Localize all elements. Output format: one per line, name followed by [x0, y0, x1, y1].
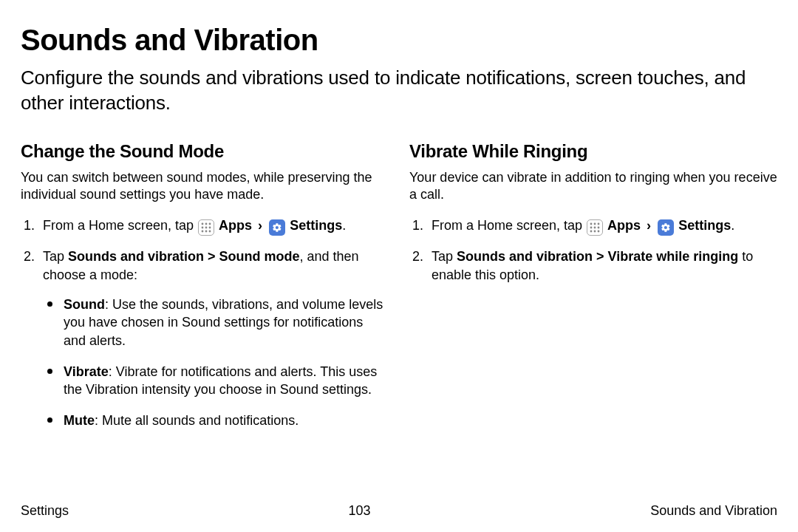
period: .	[731, 218, 734, 233]
footer-left: Settings	[21, 503, 69, 519]
page-title: Sounds and Vibration	[21, 24, 777, 57]
svg-point-16	[594, 231, 596, 233]
svg-point-0	[202, 223, 204, 225]
apps-icon	[587, 219, 603, 236]
footer-right: Sounds and Vibration	[650, 503, 777, 519]
step-item: Tap Sounds and vibration > Sound mode, a…	[21, 248, 389, 429]
option-name: Mute	[64, 413, 95, 428]
svg-point-12	[590, 227, 593, 229]
settings-label: Settings	[290, 218, 342, 233]
period: .	[342, 218, 346, 233]
content-columns: Change the Sound Mode You can switch bet…	[21, 141, 777, 443]
svg-point-4	[205, 227, 208, 229]
chevron-right-icon: ›	[647, 218, 651, 233]
chevron-right-icon: ›	[258, 218, 262, 233]
svg-point-17	[598, 231, 600, 233]
apps-label: Apps	[219, 218, 252, 233]
svg-point-14	[598, 227, 600, 229]
svg-point-6	[202, 231, 204, 233]
settings-label: Settings	[678, 218, 731, 233]
option-name: Sound	[64, 297, 105, 312]
page-footer: Settings 103 Sounds and Vibration	[21, 503, 777, 519]
option-name: Vibrate	[64, 364, 109, 379]
step-bold: Sounds and vibration > Sound mode	[68, 249, 300, 264]
section-intro-vibrate-ringing: Your device can vibrate in addition to r…	[409, 169, 777, 204]
apps-icon	[198, 219, 214, 236]
svg-point-3	[202, 227, 204, 229]
svg-point-2	[209, 223, 211, 225]
option-desc: : Vibrate for notifications and alerts. …	[64, 364, 377, 397]
column-right: Vibrate While Ringing Your device can vi…	[409, 141, 777, 443]
steps-vibrate-ringing: From a Home screen, tap Apps › Settings.…	[409, 216, 777, 284]
list-item: Vibrate: Vibrate for notifications and a…	[43, 363, 389, 399]
section-heading-sound-mode: Change the Sound Mode	[21, 141, 389, 162]
settings-icon	[269, 219, 285, 236]
step-item: From a Home screen, tap Apps › Settings.	[409, 216, 777, 236]
steps-sound-mode: From a Home screen, tap Apps › Settings.…	[21, 216, 389, 429]
mode-options: Sound: Use the sounds, vibrations, and v…	[43, 296, 389, 430]
list-item: Sound: Use the sounds, vibrations, and v…	[43, 296, 389, 349]
step-text: Tap	[43, 249, 68, 264]
page-subtitle: Configure the sounds and vibrations used…	[21, 66, 777, 116]
svg-point-11	[598, 223, 600, 225]
option-desc: : Mute all sounds and notifications.	[95, 413, 299, 428]
step-item: From a Home screen, tap Apps › Settings.	[21, 216, 389, 236]
section-intro-sound-mode: You can switch between sound modes, whil…	[21, 169, 389, 204]
step-text: From a Home screen, tap	[43, 218, 197, 233]
svg-point-10	[594, 223, 596, 225]
apps-label: Apps	[607, 218, 641, 233]
settings-icon	[658, 219, 674, 236]
section-heading-vibrate-ringing: Vibrate While Ringing	[409, 141, 777, 162]
column-left: Change the Sound Mode You can switch bet…	[21, 141, 389, 443]
step-bold: Sounds and vibration > Vibrate while rin…	[457, 249, 738, 264]
svg-point-7	[205, 231, 208, 233]
list-item: Mute: Mute all sounds and notifications.	[43, 412, 389, 429]
svg-point-15	[590, 231, 593, 233]
step-text: From a Home screen, tap	[432, 218, 586, 233]
option-desc: : Use the sounds, vibrations, and volume…	[64, 297, 383, 348]
step-text: Tap	[432, 249, 457, 264]
svg-point-5	[209, 227, 211, 229]
svg-point-9	[590, 223, 593, 225]
svg-point-1	[205, 223, 208, 225]
svg-point-8	[209, 231, 211, 233]
svg-point-13	[594, 227, 596, 229]
step-item: Tap Sounds and vibration > Vibrate while…	[409, 248, 777, 284]
footer-page-number: 103	[349, 503, 371, 519]
